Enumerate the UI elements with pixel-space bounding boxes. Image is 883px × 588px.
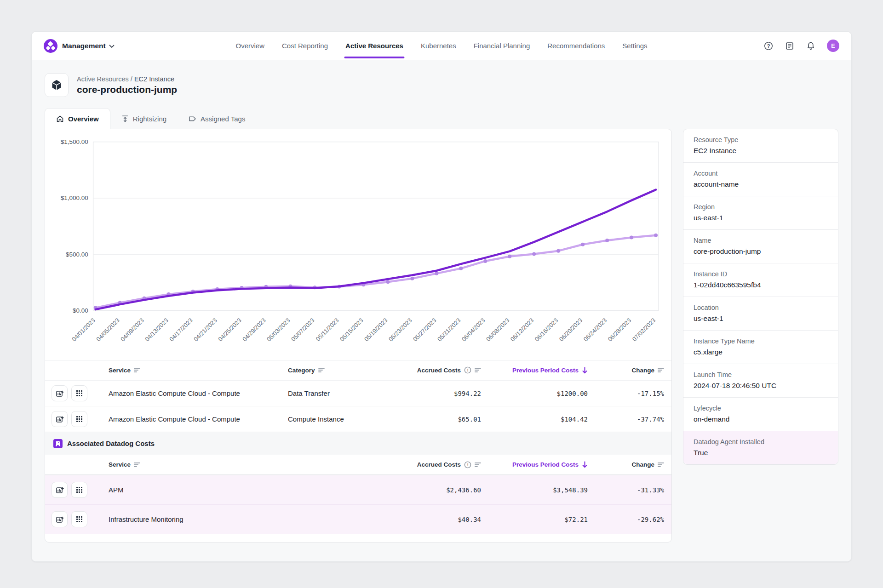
help-icon[interactable]: ? <box>763 41 774 51</box>
change-cell: -31.33% <box>593 486 671 494</box>
col-accrued-costs[interactable]: Accrued Costs ! <box>381 461 487 468</box>
graph-add-icon <box>56 415 64 423</box>
breadcrumb-current: EC2 Instance <box>134 75 174 83</box>
datadog-cost-table: Service Accrued Costs ! Previous Period … <box>45 455 671 534</box>
detail-field: Instance ID1-02dd40c663595fb4 <box>683 263 838 297</box>
col-change[interactable]: Change <box>593 367 671 374</box>
data-point <box>410 277 414 280</box>
col-previous-period-costs[interactable]: Previous Period Costs <box>487 461 593 468</box>
data-point <box>605 239 609 242</box>
detail-value: True <box>694 449 828 457</box>
grid-action-button[interactable] <box>71 385 87 401</box>
col-accrued-costs[interactable]: Accrued Costs ! <box>381 366 487 374</box>
grid-action-button[interactable] <box>71 511 87 527</box>
data-point <box>386 280 390 284</box>
x-axis-label: 04/21/2023 <box>192 317 218 343</box>
col-service[interactable]: Service <box>99 461 381 468</box>
org-switcher[interactable]: Management <box>44 39 115 53</box>
sort-icon <box>134 367 140 373</box>
tag-icon <box>189 115 196 122</box>
top-actions: ? E <box>763 40 839 52</box>
series-previous-period <box>96 235 656 308</box>
data-point <box>508 255 511 258</box>
tab-rightsizing-label: Rightsizing <box>133 115 166 123</box>
user-avatar[interactable]: E <box>827 40 839 52</box>
grid-action-button[interactable] <box>71 482 87 498</box>
x-axis-label: 06/24/2023 <box>582 317 608 343</box>
series-current-period <box>96 190 656 310</box>
x-axis-label: 05/03/2023 <box>265 317 291 343</box>
title-block: Active Resources / EC2 Instance core-pro… <box>77 75 177 95</box>
nav-item-settings[interactable]: Settings <box>622 42 647 50</box>
change-cell: -17.15% <box>593 390 671 397</box>
detail-value: EC2 Instance <box>694 147 828 155</box>
data-point <box>459 267 463 270</box>
detail-label: Instance Type Name <box>694 337 828 345</box>
tab-assigned-tags[interactable]: Assigned Tags <box>178 108 256 129</box>
col-service[interactable]: Service <box>99 367 282 374</box>
detail-field: Launch Time2024-07-18 20:46:50 UTC <box>683 364 838 397</box>
accrued-cost-cell: $994.22 <box>381 390 487 397</box>
cost-chart-container: $1,500.00$1,000.00$500.00$0.0004/01/2023… <box>45 129 671 360</box>
datadog-table-header: Service Accrued Costs ! Previous Period … <box>45 455 671 475</box>
x-axis-label: 05/31/2023 <box>436 317 462 343</box>
home-icon <box>56 115 64 123</box>
nav-item-cost-reporting[interactable]: Cost Reporting <box>282 42 328 50</box>
sort-icon <box>134 462 140 468</box>
svg-text:?: ? <box>767 43 770 49</box>
data-point <box>435 272 438 275</box>
x-axis-label: 06/16/2023 <box>533 317 559 343</box>
detail-label: Region <box>694 203 828 211</box>
datadog-icon <box>53 439 63 448</box>
nav-item-recommendations[interactable]: Recommendations <box>547 42 605 50</box>
nav-item-active-resources[interactable]: Active Resources <box>345 42 403 50</box>
nav-item-kubernetes[interactable]: Kubernetes <box>421 42 456 50</box>
rightsizing-icon <box>121 115 129 123</box>
nav-item-financial-planning[interactable]: Financial Planning <box>474 42 530 50</box>
graph-action-button[interactable] <box>52 511 68 527</box>
graph-add-icon <box>56 515 64 524</box>
breadcrumb-separator: / <box>131 75 132 83</box>
page-head: Active Resources / EC2 Instance core-pro… <box>45 73 838 97</box>
category-cell: Data Transfer <box>282 389 381 397</box>
detail-label: Resource Type <box>694 136 828 143</box>
detail-field: Namecore-production-jump <box>683 229 838 263</box>
y-axis-label: $0.00 <box>73 307 88 314</box>
table-row: Infrastructure Monitoring $40.34 $72.21 … <box>45 504 671 534</box>
detail-label: Name <box>694 237 828 244</box>
nav-item-overview[interactable]: Overview <box>235 42 264 50</box>
data-point <box>532 252 536 256</box>
tab-overview[interactable]: Overview <box>45 108 110 129</box>
data-point <box>483 259 487 263</box>
cost-chart[interactable]: $1,500.00$1,000.00$500.00$0.0004/01/2023… <box>45 129 671 360</box>
table-row: APM $2,436.60 $3,548.39 -31.33% <box>45 475 671 504</box>
release-notes-icon[interactable] <box>785 41 795 51</box>
overview-panel: $1,500.00$1,000.00$500.00$0.0004/01/2023… <box>45 129 672 542</box>
grid-icon <box>76 390 83 397</box>
cube-icon <box>50 79 63 91</box>
detail-label: Location <box>694 304 828 311</box>
resource-type-icon-card <box>45 73 69 97</box>
graph-action-button[interactable] <box>52 385 68 401</box>
sort-desc-arrow-icon <box>582 367 588 374</box>
x-axis-label: 04/29/2023 <box>241 317 267 343</box>
breadcrumb: Active Resources / EC2 Instance <box>77 75 177 83</box>
graph-action-button[interactable] <box>52 411 68 427</box>
graph-add-icon <box>56 389 64 398</box>
graph-action-button[interactable] <box>52 482 68 498</box>
detail-label: Lyfecycle <box>694 405 828 412</box>
top-navigation-bar: Management Overview Cost Reporting Activ… <box>32 32 851 60</box>
col-change[interactable]: Change <box>593 461 671 468</box>
change-cell: -29.62% <box>593 516 671 523</box>
x-axis-label: 04/25/2023 <box>217 317 242 343</box>
col-category[interactable]: Category <box>282 367 381 374</box>
detail-field: Lyfecycleon-demand <box>683 397 838 431</box>
x-axis-label: 05/15/2023 <box>338 317 364 343</box>
tab-rightsizing[interactable]: Rightsizing <box>110 108 178 129</box>
x-axis-label: 06/08/2023 <box>485 317 510 343</box>
breadcrumb-parent-link[interactable]: Active Resources <box>77 75 129 83</box>
col-previous-period-costs[interactable]: Previous Period Costs <box>487 367 593 374</box>
notifications-bell-icon[interactable] <box>806 41 816 51</box>
grid-action-button[interactable] <box>71 411 87 427</box>
sort-icon <box>475 462 481 468</box>
